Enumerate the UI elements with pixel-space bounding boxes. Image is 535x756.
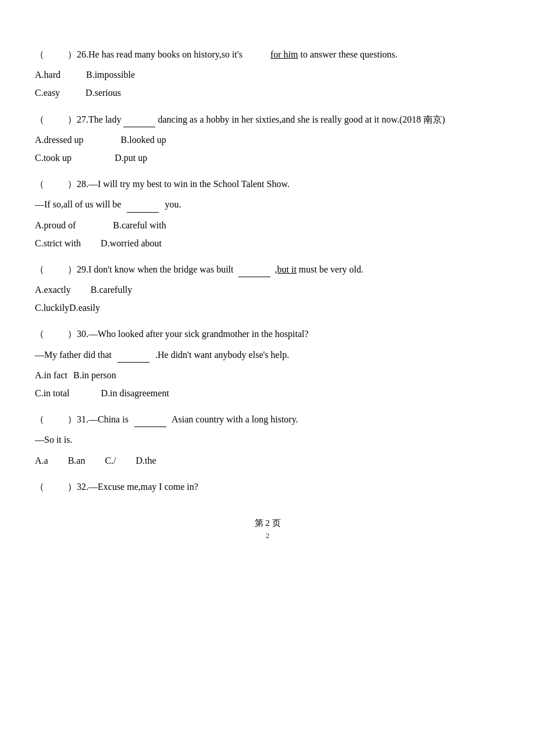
q30-paren: （ bbox=[35, 329, 44, 339]
q27-blank bbox=[123, 127, 155, 127]
q26-blank-underline2: m bbox=[291, 49, 298, 59]
q30-options-row2: C.in total D.in disagreement bbox=[35, 385, 500, 401]
q30-option-b: B.in person bbox=[73, 370, 116, 380]
q28-number: ）28.—I will try my best to win in the Sc… bbox=[67, 179, 290, 189]
question-30: （）30.—Who looked after your sick grandmo… bbox=[35, 326, 500, 401]
q29-option-a: A.exactly bbox=[35, 282, 71, 298]
q31-option-c: C./ bbox=[105, 453, 116, 468]
q31-paren: （ bbox=[35, 414, 44, 424]
q30-option-a: A.in fact bbox=[35, 367, 67, 383]
q29-options-row2: C.luckilyD.easily bbox=[35, 300, 500, 316]
question-32: （）32.—Excuse me,may I come in? bbox=[35, 479, 500, 495]
q28-option-c: C.strict with bbox=[35, 235, 81, 251]
q26-option-d: D.serious bbox=[85, 85, 121, 101]
q27-option-b: B.looked up bbox=[121, 132, 166, 148]
q26-number: ）26.He has read many books on history,so… bbox=[67, 49, 242, 59]
q29-blank bbox=[238, 277, 270, 277]
question-28: （）28.—I will try my best to win in the S… bbox=[35, 176, 500, 251]
q27-options-row1: A.dressed up B.looked up bbox=[35, 132, 500, 148]
q31-reply: —So it is. bbox=[35, 435, 72, 445]
q29-number: ）29.I don't know when the bridge was bui… bbox=[67, 264, 234, 274]
q27-paren: （ bbox=[35, 114, 44, 124]
q26-text-after: to answer these questions. bbox=[300, 49, 397, 59]
question-28-dialogue2: —If so,all of us will be you. bbox=[35, 196, 500, 212]
q32-number: ）32.—Excuse me,may I come in? bbox=[67, 482, 198, 492]
q31-option-d: D.the bbox=[136, 456, 156, 465]
question-32-text: （）32.—Excuse me,may I come in? bbox=[35, 479, 500, 495]
q26-blank-underline: for h bbox=[270, 49, 288, 59]
question-29: （）29.I don't know when the bridge was bu… bbox=[35, 261, 500, 316]
q31-blank bbox=[134, 427, 166, 427]
q30-blank bbox=[117, 362, 149, 363]
q26-option-c: C.easy bbox=[35, 85, 60, 101]
q27-option-d: D.put up bbox=[115, 150, 147, 166]
q27-option-a: A.dressed up bbox=[35, 132, 84, 148]
question-30-text: （）30.—Who looked after your sick grandmo… bbox=[35, 326, 500, 342]
q31-option-b: B.an bbox=[68, 453, 85, 468]
question-30-dialogue2: —My father did that .He didn't want anyb… bbox=[35, 347, 500, 363]
q31-number: ）31.—China is bbox=[67, 414, 129, 424]
question-31-text: （）31.—China is Asian country with a long… bbox=[35, 411, 500, 427]
q29-options-row1: A.exactly B.carefully bbox=[35, 282, 500, 298]
q29-option-cd: C.luckilyD.easily bbox=[35, 303, 100, 313]
paren-open: （ bbox=[35, 49, 44, 59]
q29-paren: （ bbox=[35, 264, 44, 274]
q27-number: ）27.The lady bbox=[67, 114, 121, 124]
q31-text-after: Asian country with a long history. bbox=[172, 414, 298, 424]
q29-underline: ,but it bbox=[275, 264, 297, 274]
question-27: （）27.The lady dancing as a hobby in her … bbox=[35, 112, 500, 166]
q26-option-b: B.impossible bbox=[86, 67, 135, 83]
q30-option-c: C.in total bbox=[35, 385, 70, 401]
q30-reply: —My father did that bbox=[35, 350, 112, 360]
q32-paren: （ bbox=[35, 482, 44, 492]
q28-options-row1: A.proud of B.careful with bbox=[35, 217, 500, 233]
q28-paren: （ bbox=[35, 179, 44, 189]
q28-option-d: D.worried about bbox=[101, 238, 162, 248]
question-27-text: （）27.The lady dancing as a hobby in her … bbox=[35, 112, 500, 127]
question-31: （）31.—China is Asian country with a long… bbox=[35, 411, 500, 468]
question-26-text: （）26.He has read many books on history,s… bbox=[35, 46, 500, 62]
q26-option-a: A.hard bbox=[35, 67, 60, 83]
q31-option-a: A.a bbox=[35, 453, 48, 468]
q28-options-row2: C.strict with D.worried about bbox=[35, 235, 500, 251]
q28-option-b: B.careful with bbox=[113, 217, 166, 233]
q26-options-row1: A.hard B.impossible bbox=[35, 67, 500, 83]
page-number: 2 bbox=[35, 531, 500, 540]
question-26: （）26.He has read many books on history,s… bbox=[35, 46, 500, 101]
q26-options-row2: C.easy D.serious bbox=[35, 85, 500, 101]
q29-text-after: must be very old. bbox=[299, 264, 363, 274]
q27-option-c: C.took up bbox=[35, 150, 72, 166]
q30-number: ）30.—Who looked after your sick grandmot… bbox=[67, 329, 309, 339]
q28-reply-end: you. bbox=[165, 199, 181, 209]
question-28-text: （）28.—I will try my best to win in the S… bbox=[35, 176, 500, 192]
q27-text-after: dancing as a hobby in her sixties,and sh… bbox=[158, 114, 445, 124]
q30-options-row1: A.in factB.in person bbox=[35, 367, 500, 383]
question-31-dialogue2: —So it is. bbox=[35, 432, 500, 447]
q27-options-row2: C.took up D.put up bbox=[35, 150, 500, 166]
q31-options-row1: A.a B.an C./ D.the bbox=[35, 453, 500, 468]
page-label: 第 2 页 bbox=[255, 518, 281, 528]
q30-reply-end: .He didn't want anybody else's help. bbox=[155, 350, 289, 360]
page-footer: 第 2 页 bbox=[35, 518, 500, 529]
q28-reply: —If so,all of us will be bbox=[35, 199, 121, 209]
q28-blank bbox=[127, 212, 159, 213]
q28-option-a: A.proud of bbox=[35, 217, 76, 233]
q29-option-b: B.carefully bbox=[91, 285, 133, 295]
q30-option-d: D.in disagreement bbox=[101, 388, 169, 398]
question-29-text: （）29.I don't know when the bridge was bu… bbox=[35, 261, 500, 277]
